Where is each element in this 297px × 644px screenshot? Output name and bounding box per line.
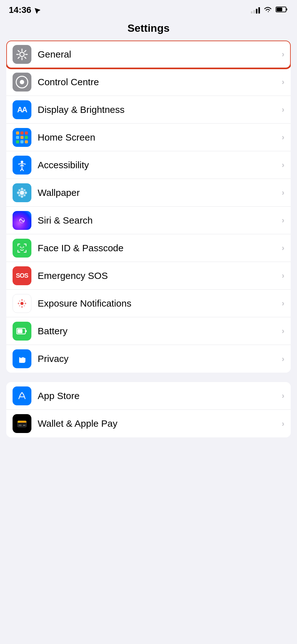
settings-row-display-brightness[interactable]: AA Display & Brightness ›: [6, 96, 291, 124]
general-label: General: [38, 49, 282, 60]
svg-rect-38: [25, 330, 27, 332]
settings-row-privacy[interactable]: Privacy ›: [6, 345, 291, 373]
control-centre-label: Control Centre: [38, 77, 282, 87]
svg-line-14: [22, 169, 24, 171]
control-centre-icon: [13, 73, 31, 92]
siri-search-label: Siri & Search: [38, 215, 282, 226]
display-brightness-chevron: ›: [282, 105, 284, 114]
wifi-icon: [263, 6, 273, 14]
face-id-icon: [13, 239, 31, 258]
svg-point-20: [19, 189, 21, 191]
settings-row-control-centre[interactable]: Control Centre ›: [6, 68, 291, 96]
settings-row-battery[interactable]: Battery ›: [6, 317, 291, 345]
privacy-chevron: ›: [282, 354, 284, 364]
settings-row-app-store[interactable]: App Store ›: [6, 382, 291, 410]
svg-point-21: [24, 189, 26, 191]
svg-point-15: [20, 191, 24, 195]
battery-icon: [13, 322, 31, 341]
wallet-label: Wallet & Apple Pay: [38, 418, 282, 429]
general-icon: [13, 45, 31, 64]
siri-icon: [13, 211, 31, 230]
general-chevron: ›: [282, 49, 284, 59]
svg-line-13: [20, 169, 22, 171]
svg-rect-46: [19, 425, 22, 426]
control-centre-chevron: ›: [282, 77, 284, 87]
exposure-label: Exposure Notifications: [38, 298, 282, 309]
settings-row-wallpaper[interactable]: Wallpaper ›: [6, 179, 291, 207]
svg-point-22: [19, 194, 21, 196]
svg-point-30: [21, 306, 23, 308]
settings-row-emergency-sos[interactable]: SOS Emergency SOS ›: [6, 262, 291, 290]
svg-point-29: [21, 299, 23, 301]
settings-row-siri-search[interactable]: Siri & Search ›: [6, 207, 291, 234]
svg-point-19: [24, 192, 27, 194]
settings-row-wallet[interactable]: Wallet & Apple Pay ›: [6, 410, 291, 437]
svg-line-9: [24, 57, 26, 58]
accessibility-icon: [13, 156, 31, 175]
app-store-chevron: ›: [282, 391, 284, 401]
svg-point-12: [21, 161, 23, 163]
wallet-chevron: ›: [282, 419, 284, 429]
display-brightness-icon: AA: [13, 100, 31, 119]
svg-point-34: [24, 300, 25, 302]
emergency-sos-label: Emergency SOS: [38, 270, 282, 281]
svg-rect-2: [277, 8, 282, 11]
svg-line-8: [18, 50, 19, 52]
face-id-chevron: ›: [282, 243, 284, 253]
svg-point-17: [21, 195, 23, 198]
face-id-label: Face ID & Passcode: [38, 243, 282, 253]
privacy-icon: [13, 349, 31, 368]
siri-search-chevron: ›: [282, 215, 284, 225]
exposure-chevron: ›: [282, 298, 284, 308]
svg-point-3: [20, 52, 24, 57]
battery-chevron: ›: [282, 326, 284, 336]
accessibility-label: Accessibility: [38, 160, 282, 170]
wallet-icon: [13, 414, 31, 433]
svg-rect-39: [18, 329, 23, 333]
svg-rect-44: [18, 421, 20, 423]
accessibility-chevron: ›: [282, 160, 284, 170]
svg-point-28: [20, 302, 24, 305]
svg-line-10: [24, 50, 26, 52]
gear-icon: [16, 48, 28, 60]
home-screen-label: Home Screen: [38, 132, 282, 143]
settings-row-face-id[interactable]: Face ID & Passcode ›: [6, 234, 291, 262]
page-title: Settings: [0, 19, 297, 41]
svg-point-36: [24, 305, 25, 306]
svg-rect-47: [23, 425, 25, 426]
svg-line-11: [18, 57, 19, 58]
time-display: 14:36: [9, 5, 31, 15]
emergency-sos-chevron: ›: [282, 271, 284, 280]
svg-point-35: [19, 305, 20, 306]
app-store-label: App Store: [38, 391, 282, 401]
home-screen-chevron: ›: [282, 132, 284, 142]
svg-point-32: [25, 303, 26, 304]
wallpaper-chevron: ›: [282, 188, 284, 197]
battery-label: Battery: [38, 326, 282, 336]
signal-strength-icon: [251, 7, 260, 14]
svg-point-33: [19, 300, 20, 302]
settings-row-general[interactable]: General ›: [6, 41, 291, 68]
svg-rect-1: [286, 8, 287, 10]
settings-group-main: General › Control Centre › AA Display & …: [6, 41, 291, 373]
status-time: 14:36: [9, 5, 40, 15]
settings-row-accessibility[interactable]: Accessibility ›: [6, 151, 291, 179]
status-icons: [251, 6, 288, 14]
exposure-icon: [13, 294, 31, 313]
battery-status-icon: [276, 6, 288, 14]
svg-rect-40: [19, 357, 20, 363]
status-bar: 14:36: [0, 0, 297, 19]
svg-point-18: [17, 192, 19, 194]
location-arrow-icon: [33, 7, 40, 14]
settings-row-home-screen[interactable]: Home Screen ›: [6, 124, 291, 151]
display-brightness-label: Display & Brightness: [38, 104, 282, 115]
settings-row-exposure[interactable]: Exposure Notifications ›: [6, 290, 291, 317]
privacy-label: Privacy: [38, 353, 282, 364]
app-store-icon: [13, 386, 31, 405]
wallpaper-icon: [13, 183, 31, 202]
settings-group-secondary: App Store › Wallet & Apple Pay ›: [6, 382, 291, 437]
svg-rect-45: [18, 423, 26, 423]
wallpaper-label: Wallpaper: [38, 187, 282, 198]
svg-point-23: [24, 194, 26, 196]
svg-point-31: [18, 303, 19, 304]
